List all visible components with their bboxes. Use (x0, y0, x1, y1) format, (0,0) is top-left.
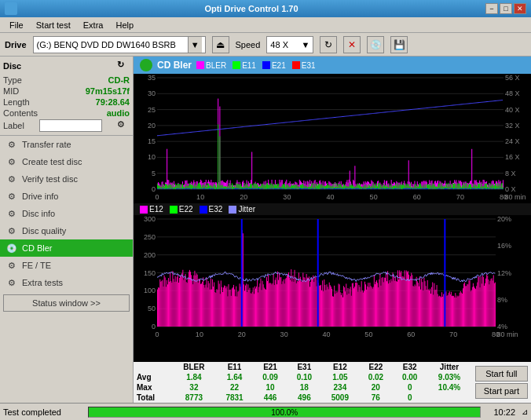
save-button[interactable]: 💾 (390, 36, 408, 53)
burn-button[interactable]: 💿 (367, 36, 384, 53)
titlebar-title: Opti Drive Control 1.70 (17, 4, 485, 13)
legend-color-e12 (140, 206, 148, 214)
sidebar-label-verify-test-disc: Verify test disc (22, 174, 78, 184)
sidebar-item-create-test-disc[interactable]: ⚙ Create test disc (0, 153, 133, 170)
drive-info-icon: ⚙ (6, 191, 17, 202)
drive-combo[interactable]: (G:) BENQ DVD DD DW1640 BSRB ▼ (33, 36, 206, 53)
progress-bar: 100.0% (88, 407, 481, 418)
transfer-rate-icon: ⚙ (6, 139, 17, 150)
legend-color-e22 (170, 206, 178, 214)
resize-icon[interactable]: ⊿ (522, 407, 528, 416)
legend-e31: E31 (292, 61, 316, 70)
sidebar-label-extra-tests: Extra tests (22, 278, 63, 287)
titlebar-left (5, 2, 17, 15)
menu-help[interactable]: Help (109, 19, 140, 31)
disc-refresh-icon[interactable]: ↻ (117, 60, 130, 72)
sidebar-item-fe-te[interactable]: ⚙ FE / TE (0, 257, 133, 274)
stats-avg-e22: 0.02 (359, 372, 393, 382)
disc-type-label: Type (3, 75, 22, 85)
stats-avg-e31: 0.10 (287, 372, 321, 382)
legend-label-e31: E31 (302, 61, 316, 70)
sidebar-item-drive-info[interactable]: ⚙ Drive info (0, 188, 133, 205)
menu-extra[interactable]: Extra (77, 19, 110, 31)
verify-test-disc-icon: ⚙ (6, 173, 17, 184)
cd-bler-header-icon (140, 59, 152, 71)
stats-max-label: Max (134, 382, 172, 393)
disc-header: Disc ↻ (3, 60, 130, 72)
disc-label-label: Label (3, 121, 24, 130)
stats-max-jitter: 10.4% (427, 382, 471, 393)
legend-label-bler: BLER (206, 61, 226, 70)
stats-avg-label: Avg (134, 372, 172, 382)
disc-quality-icon: ⚙ (6, 225, 17, 236)
disc-contents-value: audio (107, 108, 130, 118)
legend-e32: E32 (200, 205, 223, 214)
stats-avg-bler: 1.84 (172, 372, 216, 382)
stats-avg-e32: 0.00 (393, 372, 427, 382)
menubar: File Start test Extra Help (0, 17, 531, 33)
statusbar: Test completed 100.0% 10:22 ⊿ (0, 403, 531, 420)
sidebar-label-disc-info: Disc info (22, 209, 55, 218)
erase-button[interactable]: ✕ (343, 36, 361, 53)
stats-max-e22: 20 (359, 382, 393, 393)
sidebar-item-extra-tests[interactable]: ⚙ Extra tests (0, 274, 133, 291)
maximize-button[interactable]: □ (500, 3, 512, 14)
stats-max-bler: 32 (172, 382, 216, 393)
sidebar-label-transfer-rate: Transfer rate (22, 140, 71, 149)
legend-color-jitter (229, 206, 236, 214)
sidebar-item-disc-info[interactable]: ⚙ Disc info (0, 205, 133, 222)
cd-bler-icon: 💿 (6, 243, 17, 254)
speed-label: Speed (236, 40, 261, 49)
stats-col-empty (134, 362, 172, 372)
disc-label-button[interactable]: ⚙ (117, 119, 130, 132)
sidebar-item-verify-test-disc[interactable]: ⚙ Verify test disc (0, 170, 133, 188)
sidebar-item-disc-quality[interactable]: ⚙ Disc quality (0, 222, 133, 239)
sidebar-label-create-test-disc: Create test disc (22, 157, 82, 166)
stats-max-e21: 10 (253, 382, 287, 393)
start-full-button[interactable]: Start full (475, 366, 528, 382)
titlebar-controls: − □ ✕ (485, 3, 526, 14)
disc-label-input[interactable] (39, 119, 102, 132)
legend-e22: E22 (170, 205, 193, 214)
drive-combo-value: (G:) BENQ DVD DD DW1640 BSRB (37, 40, 176, 49)
stats-total-bler: 8773 (172, 393, 216, 403)
disc-panel: Disc ↻ Type CD-R MID 97m15s17f Length 79… (0, 57, 133, 136)
sidebar: Disc ↻ Type CD-R MID 97m15s17f Length 79… (0, 57, 134, 403)
stats-avg-e12: 1.05 (321, 372, 359, 382)
extra-tests-icon: ⚙ (6, 277, 17, 288)
menu-file[interactable]: File (3, 19, 30, 31)
refresh-speed-button[interactable]: ↻ (320, 36, 337, 53)
sidebar-label-fe-te: FE / TE (22, 261, 51, 270)
legend-bler: BLER (196, 61, 226, 70)
sidebar-item-cd-bler[interactable]: 💿 CD Bler (0, 239, 133, 257)
sidebar-label-drive-info: Drive info (22, 192, 58, 201)
disc-title: Disc (3, 61, 21, 71)
drive-label: Drive (5, 40, 27, 49)
stats-col-e31: E31 (287, 362, 321, 372)
menu-start-test[interactable]: Start test (30, 19, 77, 31)
stats-avg-e21: 0.09 (253, 372, 287, 382)
disc-contents-row: Contents audio (3, 108, 130, 118)
sidebar-label-cd-bler: CD Bler (22, 243, 53, 253)
status-window-button[interactable]: Status window >> (3, 294, 130, 312)
eject-button[interactable]: ⏏ (212, 36, 229, 53)
disc-info-icon: ⚙ (6, 208, 17, 219)
status-text: Test completed (3, 407, 82, 417)
content-area: CD Bler BLER E11 E21 E31 (134, 57, 531, 403)
disc-length-value: 79:28.64 (96, 97, 130, 107)
chart-header: CD Bler BLER E11 E21 E31 (134, 57, 531, 74)
minimize-button[interactable]: − (485, 3, 498, 14)
chart-legend-bottom: E12 E22 E32 Jitter (134, 203, 531, 215)
chart-legend-top: BLER E11 E21 E31 (196, 61, 316, 70)
disc-contents-label: Contents (3, 108, 38, 118)
speed-combo[interactable]: 48 X ▼ (266, 36, 313, 53)
charts-container: E12 E22 E32 Jitter (134, 74, 531, 362)
close-button[interactable]: ✕ (514, 3, 526, 14)
stats-table-container: BLER E11 E21 E31 E12 E22 E32 Jitter Avg (134, 362, 472, 403)
fe-te-icon: ⚙ (6, 260, 17, 271)
legend-label-e12: E12 (149, 205, 163, 214)
disc-length-row: Length 79:28.64 (3, 97, 130, 107)
sidebar-item-transfer-rate[interactable]: ⚙ Transfer rate (0, 136, 133, 153)
start-part-button[interactable]: Start part (475, 383, 528, 399)
stats-total-e21: 446 (253, 393, 287, 403)
